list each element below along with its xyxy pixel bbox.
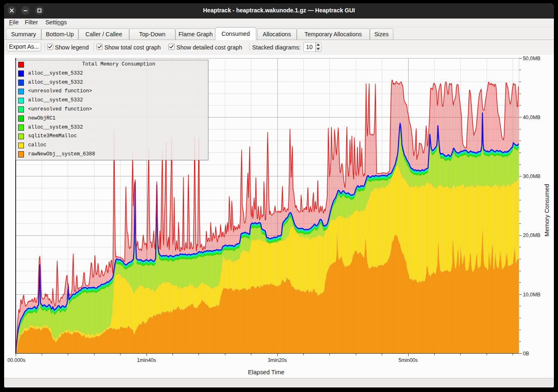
svg-text:20,0MB: 20,0MB (523, 232, 540, 238)
svg-text:Elapsed Time: Elapsed Time (248, 369, 284, 376)
svg-text:00.000s: 00.000s (7, 357, 26, 363)
svg-text:3min20s: 3min20s (268, 357, 287, 363)
svg-text:1min40s: 1min40s (137, 357, 156, 363)
svg-text:Memory Consumed: Memory Consumed (544, 184, 550, 236)
svg-text:30,0MB: 30,0MB (523, 174, 540, 179)
svg-text:0B: 0B (523, 351, 529, 357)
svg-text:5min00s: 5min00s (399, 357, 418, 363)
svg-text:50,0MB: 50,0MB (523, 56, 540, 61)
svg-text:10,0MB: 10,0MB (523, 292, 540, 298)
svg-text:40,0MB: 40,0MB (523, 115, 540, 120)
